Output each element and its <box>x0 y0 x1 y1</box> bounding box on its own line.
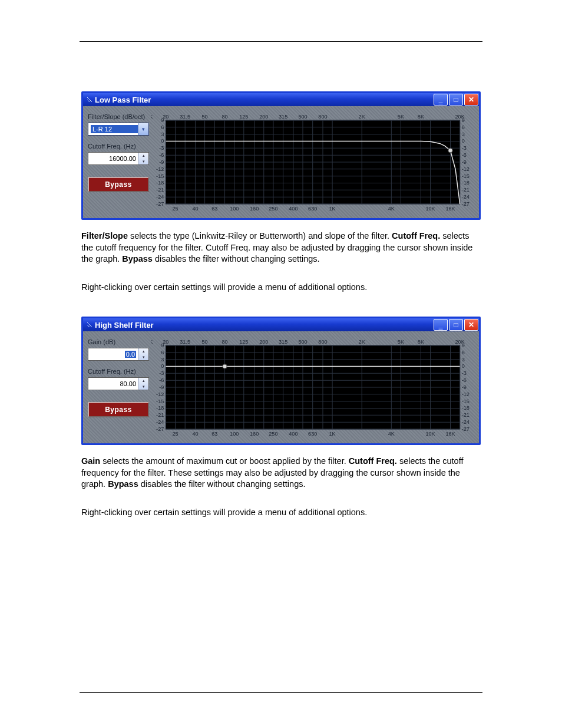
lpf-graph[interactable]: 2031.550801252003155008001.25K2K3.15K5K8… <box>151 112 474 212</box>
lpf-description: Filter/Slope selects the type (Linkwitz-… <box>81 230 481 265</box>
svg-text:-6: -6 <box>462 152 467 158</box>
svg-text:-15: -15 <box>156 398 164 404</box>
svg-text:3: 3 <box>161 357 164 363</box>
hsf-cutoff-label: Cutoff Freq. (Hz) <box>88 368 149 375</box>
svg-text:-6: -6 <box>159 152 164 158</box>
svg-text:-6: -6 <box>159 377 164 383</box>
svg-text:-18: -18 <box>156 180 164 186</box>
spinner-buttons-icon[interactable]: ▴▾ <box>138 153 148 164</box>
hsf-bypass-button[interactable]: Bypass <box>88 402 149 417</box>
lpf-rightclick-note: Right-clicking over certain settings wil… <box>81 282 481 294</box>
svg-text:-24: -24 <box>156 194 164 200</box>
svg-text:160: 160 <box>250 431 259 437</box>
minimize-button[interactable]: ‗ <box>434 319 448 331</box>
svg-text:8K: 8K <box>418 339 424 345</box>
hsf-gain-input[interactable]: 0.0 ▴▾ <box>88 348 149 361</box>
svg-text:2K: 2K <box>359 114 365 120</box>
hsf-graph[interactable]: 2031.550801252003155008001.25K2K3.15K5K8… <box>151 337 474 437</box>
svg-point-45 <box>448 149 452 153</box>
lpf-titlebar[interactable]: Low Pass Filter ‗ □ ✕ <box>83 93 479 106</box>
spinner-buttons-icon[interactable]: ▴▾ <box>138 378 148 390</box>
svg-text:1K: 1K <box>329 431 336 437</box>
svg-point-148 <box>223 364 227 368</box>
svg-text:12.5K: 12.5K <box>151 339 153 345</box>
close-button[interactable]: ✕ <box>464 319 478 331</box>
svg-text:-12: -12 <box>156 166 164 172</box>
svg-text:160: 160 <box>250 206 259 212</box>
dropdown-arrow-icon: ▾ <box>138 123 148 135</box>
svg-text:250: 250 <box>269 431 277 437</box>
svg-text:-24: -24 <box>156 419 164 425</box>
minimize-button[interactable]: ‗ <box>434 94 448 106</box>
svg-text:63: 63 <box>211 431 217 437</box>
lpf-cutoff-input[interactable]: 16000.00 ▴▾ <box>88 152 149 165</box>
svg-text:-27: -27 <box>462 201 470 207</box>
hsf-gain-value: 0.0 <box>125 351 136 358</box>
svg-text:-21: -21 <box>462 187 470 193</box>
svg-text:-9: -9 <box>159 159 164 165</box>
svg-text:630: 630 <box>308 206 317 212</box>
svg-text:6: 6 <box>462 350 465 355</box>
svg-text:200: 200 <box>259 114 268 120</box>
svg-text:1K: 1K <box>329 206 336 212</box>
svg-text:9: 9 <box>161 117 164 123</box>
svg-text:9: 9 <box>462 342 465 348</box>
svg-text:-9: -9 <box>159 384 164 390</box>
svg-text:6: 6 <box>161 124 164 130</box>
hsf-gain-label: Gain (dB) <box>88 338 149 345</box>
svg-text:5K: 5K <box>398 339 404 345</box>
page-bottom-rule <box>80 692 482 693</box>
svg-text:800: 800 <box>318 114 327 120</box>
svg-text:80: 80 <box>222 114 227 120</box>
svg-text:3: 3 <box>462 357 465 363</box>
svg-text:2K: 2K <box>359 339 365 345</box>
svg-text:-3: -3 <box>462 145 467 151</box>
svg-text:10K: 10K <box>425 206 435 212</box>
svg-text:3: 3 <box>462 131 465 137</box>
close-button[interactable]: ✕ <box>464 94 478 106</box>
maximize-button[interactable]: □ <box>449 319 463 331</box>
svg-text:0: 0 <box>161 364 164 370</box>
lpf-title: Low Pass Filter <box>95 95 151 104</box>
svg-text:-12: -12 <box>462 391 470 397</box>
svg-text:400: 400 <box>289 206 297 212</box>
svg-text:-12: -12 <box>462 166 470 172</box>
svg-text:3: 3 <box>161 131 164 137</box>
hsf-rightclick-note: Right-clicking over certain settings wil… <box>81 507 481 519</box>
hsf-description: Gain selects the amount of maximum cut o… <box>81 456 481 490</box>
svg-text:-27: -27 <box>156 426 164 432</box>
svg-text:100: 100 <box>230 206 239 212</box>
svg-text:25: 25 <box>172 206 178 212</box>
spinner-buttons-icon[interactable]: ▴▾ <box>138 348 148 360</box>
svg-text:-18: -18 <box>156 406 164 411</box>
svg-text:315: 315 <box>279 114 287 120</box>
svg-text:0: 0 <box>462 139 465 144</box>
svg-text:-9: -9 <box>462 159 467 165</box>
svg-text:16K: 16K <box>445 206 455 212</box>
svg-text:-18: -18 <box>462 180 470 186</box>
svg-text:500: 500 <box>298 114 307 120</box>
lpf-filterslope-label: Filter/Slope (dB/oct) <box>88 113 149 120</box>
svg-text:50: 50 <box>202 114 208 120</box>
svg-text:-3: -3 <box>159 371 164 377</box>
maximize-button[interactable]: □ <box>449 94 463 106</box>
svg-text:0: 0 <box>462 364 465 370</box>
svg-text:-27: -27 <box>462 426 470 432</box>
svg-text:12.5K: 12.5K <box>151 114 153 120</box>
svg-text:-15: -15 <box>156 173 164 179</box>
lpf-filterslope-dropdown[interactable]: L-R 12 ▾ <box>88 123 149 136</box>
svg-text:-6: -6 <box>462 377 467 383</box>
svg-text:5K: 5K <box>398 114 404 120</box>
svg-text:-15: -15 <box>462 173 470 179</box>
window-icon <box>87 97 92 103</box>
lpf-cutoff-label: Cutoff Freq. (Hz) <box>88 143 149 150</box>
hsf-title: High Shelf Filter <box>95 321 154 330</box>
hsf-titlebar[interactable]: High Shelf Filter ‗ □ ✕ <box>83 318 479 331</box>
high-shelf-filter-window: High Shelf Filter ‗ □ ✕ Gain (dB) 0.0 ▴▾… <box>81 317 481 445</box>
lpf-cutoff-value: 16000.00 <box>91 155 138 162</box>
svg-text:50: 50 <box>202 339 208 345</box>
lpf-bypass-button[interactable]: Bypass <box>88 177 149 192</box>
svg-text:-24: -24 <box>462 419 470 425</box>
hsf-cutoff-input[interactable]: 80.00 ▴▾ <box>88 377 149 390</box>
svg-text:31.5: 31.5 <box>180 339 190 345</box>
